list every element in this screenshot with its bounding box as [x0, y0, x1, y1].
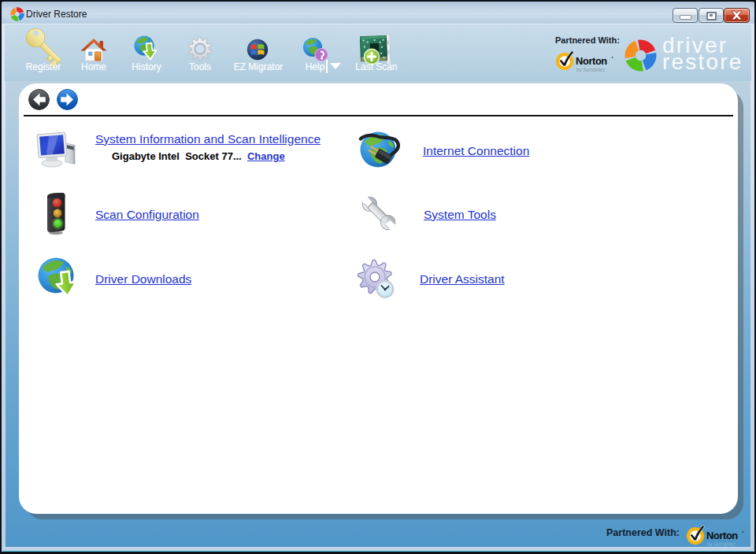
- svg-text:Norton: Norton: [576, 55, 607, 67]
- svg-text:Norton: Norton: [706, 530, 738, 541]
- svg-text:by Symantec: by Symantec: [576, 67, 605, 73]
- svg-text:by Symantec: by Symantec: [707, 541, 736, 548]
